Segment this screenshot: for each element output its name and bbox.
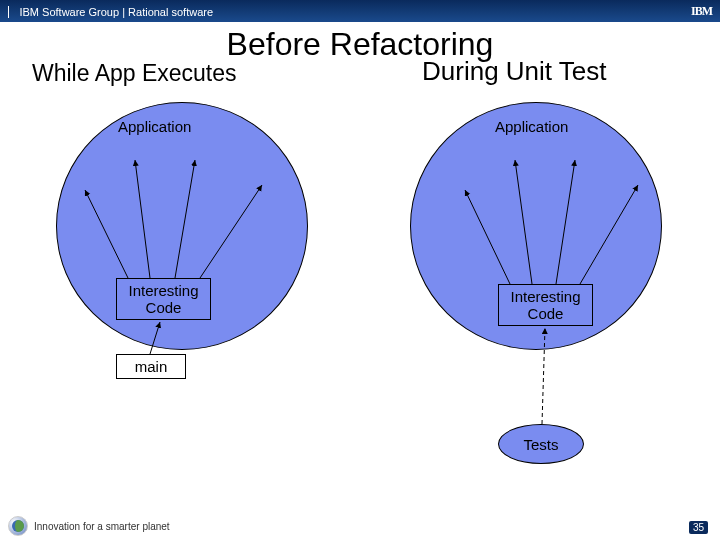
subtitle-right: During Unit Test bbox=[422, 56, 607, 87]
subtitle-left: While App Executes bbox=[32, 60, 237, 87]
main-box: main bbox=[116, 354, 186, 379]
application-label-right: Application bbox=[495, 118, 568, 135]
globe-icon bbox=[8, 516, 28, 536]
header-bar: IBM Software Group | Rational software I… bbox=[0, 0, 720, 22]
header-left: IBM Software Group | Rational software bbox=[8, 2, 213, 20]
slide-title: Before Refactoring bbox=[0, 26, 720, 63]
page-number: 35 bbox=[689, 521, 708, 534]
ibm-logo: IBM bbox=[691, 4, 712, 19]
tests-oval: Tests bbox=[498, 424, 584, 464]
interesting-code-box-right: Interesting Code bbox=[498, 284, 593, 326]
footer-text: Innovation for a smarter planet bbox=[34, 521, 170, 532]
tests-label: Tests bbox=[523, 436, 558, 453]
footer-bar: Innovation for a smarter planet bbox=[0, 512, 720, 540]
interesting-code-box-left: Interesting Code bbox=[116, 278, 211, 320]
header-text: IBM Software Group | Rational software bbox=[19, 6, 213, 18]
application-label-left: Application bbox=[118, 118, 191, 135]
header-divider bbox=[8, 6, 9, 18]
